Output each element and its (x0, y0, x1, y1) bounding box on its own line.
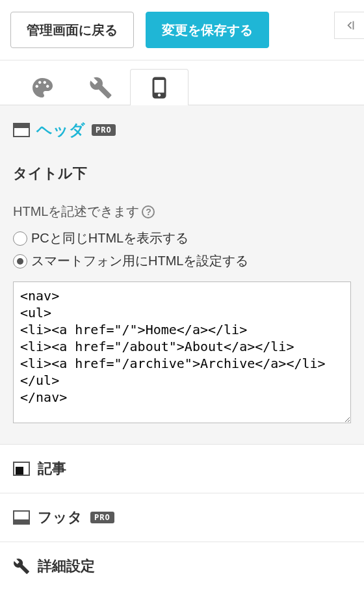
phone-icon (148, 76, 171, 99)
panel-title-link[interactable]: ヘッダ (36, 120, 85, 140)
panel-header: ヘッダ PRO タイトル下 HTMLを記述できます ? PCと同じHTMLを表示… (0, 105, 364, 445)
help-text-row: HTMLを記述できます ? (13, 203, 351, 220)
section-footer[interactable]: フッタ PRO (0, 493, 364, 542)
tab-bar (0, 60, 364, 105)
tab-mobile[interactable] (130, 69, 188, 105)
section-label: フッタ (38, 508, 83, 527)
top-toolbar: 管理画面に戻る 変更を保存する (0, 0, 364, 60)
collapse-icon (343, 18, 357, 33)
radio-label: スマートフォン用にHTMLを設定する (31, 252, 248, 270)
radio-same-as-pc[interactable]: PCと同じHTMLを表示する (13, 229, 351, 247)
collapse-panel-button[interactable] (334, 12, 364, 39)
svg-rect-0 (352, 21, 354, 30)
section-article[interactable]: 記事 (0, 445, 364, 493)
section-label: 記事 (38, 459, 66, 478)
article-layout-icon (13, 462, 30, 476)
panel-header-row: ヘッダ PRO (13, 120, 351, 140)
section-label: 詳細設定 (38, 556, 95, 576)
footer-layout-icon (13, 510, 30, 525)
radio-smartphone-custom[interactable]: スマートフォン用にHTMLを設定する (13, 252, 351, 270)
palette-icon (31, 76, 54, 99)
save-button[interactable]: 変更を保存する (146, 12, 269, 48)
back-button[interactable]: 管理画面に戻る (10, 12, 134, 48)
help-icon[interactable]: ? (142, 205, 155, 218)
pro-badge: PRO (92, 124, 116, 136)
section-subtitle: タイトル下 (13, 164, 351, 183)
radio-label: PCと同じHTMLを表示する (31, 229, 188, 247)
wrench-icon (13, 558, 30, 575)
tab-tools[interactable] (72, 69, 130, 105)
html-textarea[interactable] (13, 281, 351, 423)
tab-design[interactable] (13, 69, 72, 105)
header-layout-icon (13, 123, 30, 137)
radio-indicator (13, 231, 27, 246)
wrench-icon (89, 76, 112, 99)
section-advanced[interactable]: 詳細設定 (0, 542, 364, 590)
pro-badge: PRO (90, 512, 114, 523)
help-text: HTMLを記述できます (13, 203, 139, 220)
radio-indicator (13, 254, 27, 268)
